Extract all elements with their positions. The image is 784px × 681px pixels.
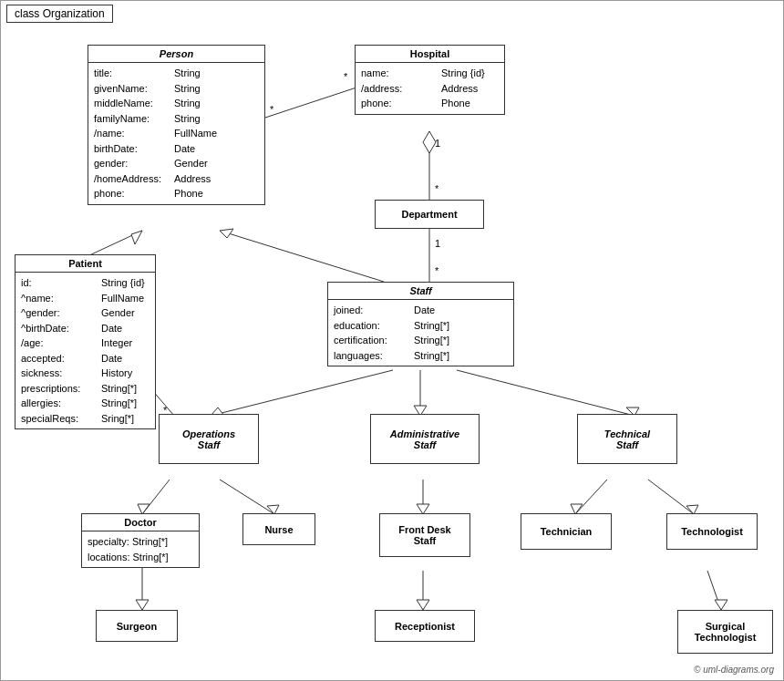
staff-body: joined:Date education:String[*] certific…	[328, 300, 513, 366]
nurse-class: Nurse	[242, 513, 315, 545]
svg-marker-34	[136, 600, 149, 610]
svg-line-25	[220, 480, 274, 514]
admin-staff-class: AdministrativeStaff	[370, 414, 480, 464]
svg-marker-38	[715, 600, 727, 610]
copyright: © uml-diagrams.org	[694, 665, 774, 675]
svg-text:*: *	[270, 104, 274, 115]
svg-marker-36	[417, 600, 429, 610]
front-desk-class: Front DeskStaff	[379, 513, 470, 557]
person-class: Person title:String givenName:String mid…	[88, 45, 265, 205]
surgeon-class: Surgeon	[96, 610, 178, 642]
doctor-header: Doctor	[82, 514, 199, 531]
hospital-body: name:String {id} /address:Address phone:…	[356, 63, 504, 114]
svg-text:*: *	[344, 71, 348, 82]
diagram-title: class Organization	[6, 5, 113, 23]
doctor-class: Doctor specialty: String[*] locations: S…	[81, 513, 200, 568]
svg-line-12	[220, 231, 384, 282]
svg-text:*: *	[435, 183, 439, 194]
svg-line-0	[265, 88, 356, 118]
diagram-container: class Organization * * 1 * 1 *	[0, 0, 784, 681]
svg-line-18	[457, 370, 634, 416]
surgical-technologist-class: SurgicalTechnologist	[677, 610, 773, 654]
doctor-body: specialty: String[*] locations: String[*…	[82, 531, 199, 567]
operations-staff-class: OperationsStaff	[159, 414, 259, 464]
person-body: title:String givenName:String middleName…	[88, 63, 264, 204]
staff-class: Staff joined:Date education:String[*] ce…	[327, 282, 514, 366]
svg-marker-13	[220, 229, 233, 238]
person-header: Person	[88, 46, 264, 63]
svg-line-37	[707, 571, 721, 610]
svg-line-29	[575, 480, 607, 514]
svg-text:*: *	[435, 265, 439, 276]
technologist-class: Technologist	[666, 513, 758, 550]
technical-staff-class: TechnicalStaff	[577, 414, 677, 464]
svg-marker-11	[131, 231, 142, 244]
technician-class: Technician	[521, 513, 612, 550]
patient-class: Patient id:String {id} ^name:FullName ^g…	[15, 254, 156, 429]
svg-line-14	[211, 370, 393, 416]
svg-line-10	[88, 231, 142, 256]
patient-header: Patient	[15, 255, 155, 273]
svg-line-23	[142, 480, 170, 514]
svg-text:1: 1	[435, 238, 440, 249]
patient-body: id:String {id} ^name:FullName ^gender:Ge…	[15, 273, 155, 428]
department-class: Department	[375, 200, 484, 229]
receptionist-class: Receptionist	[375, 610, 475, 642]
svg-marker-4	[423, 131, 436, 153]
hospital-class: Hospital name:String {id} /address:Addre…	[355, 45, 505, 115]
hospital-header: Hospital	[356, 46, 504, 63]
svg-text:1: 1	[435, 138, 440, 149]
svg-line-31	[648, 480, 694, 514]
staff-header: Staff	[328, 283, 513, 300]
